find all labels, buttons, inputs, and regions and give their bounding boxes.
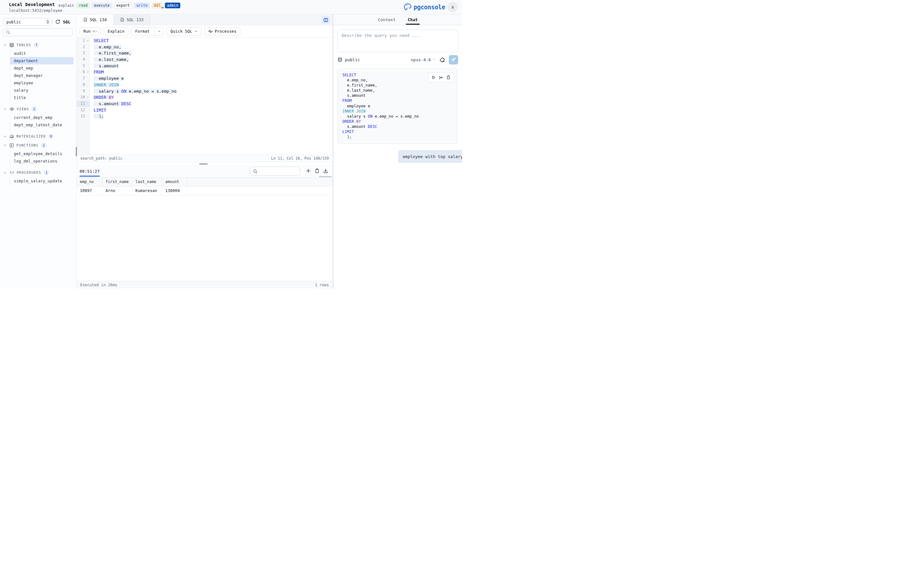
split-panel-icon[interactable]: [321, 16, 330, 24]
results-resize-handle[interactable]: [199, 163, 208, 165]
clipboard-icon[interactable]: [314, 168, 320, 173]
chevron-down-icon[interactable]: [160, 5, 165, 10]
sidebar-item-dept_emp_latest_date[interactable]: dept_emp_latest_date: [10, 121, 73, 129]
sql-code-line: salary s ON e.emp_no = s.emp_no: [94, 88, 333, 95]
line-number-4[interactable]: 4: [77, 56, 89, 63]
horizontal-scrollbar-thumb[interactable]: [319, 176, 332, 177]
section-header-functions[interactable]: FUNCTIONS2: [3, 142, 77, 148]
editor-code[interactable]: SELECT e.emp_no, e.first_name, e.last_na…: [90, 37, 333, 155]
sidebar-item-get_employee_details[interactable]: get_employee_details: [10, 150, 73, 157]
editor-tab-sql-133[interactable]: SQL 133: [113, 15, 150, 25]
cell[interactable]: 10897: [77, 187, 102, 195]
sql-editor[interactable]: 1▾23456▾78910▾111213 SELECT e.emp_no, e.…: [77, 37, 333, 155]
cell[interactable]: 136004: [162, 187, 187, 195]
line-number-11[interactable]: 11: [77, 101, 89, 107]
line-number-3[interactable]: 3: [77, 50, 89, 56]
cell[interactable]: Kumaresan: [132, 187, 162, 195]
line-number-7[interactable]: 7: [77, 75, 89, 82]
sidebar-item-simple_salary_update[interactable]: simple_salary_update: [10, 177, 73, 185]
fold-arrow-icon[interactable]: ▾: [87, 37, 89, 44]
section-header-views[interactable]: VIEWS2: [3, 106, 77, 112]
line-number-13[interactable]: 13: [77, 113, 89, 119]
sidebar-item-audit[interactable]: audit: [10, 50, 73, 57]
sql-code-line: SELECT: [342, 73, 419, 77]
line-number-1[interactable]: 1▾: [77, 37, 89, 44]
results-grid: emp_nofirst_namelast_nameamount10897Arno…: [77, 177, 333, 195]
top-header: Local Development localhost:5432/employe…: [0, 0, 462, 15]
column-header-emp_no[interactable]: emp_no: [77, 177, 102, 186]
sql-code-line: ORDER BY: [94, 94, 333, 101]
sidebar-item-department[interactable]: department: [10, 57, 73, 64]
chevron-down-icon[interactable]: [3, 171, 7, 174]
sidebar-item-employee[interactable]: employee: [10, 79, 73, 87]
line-number-2[interactable]: 2: [77, 44, 89, 50]
column-header-amount[interactable]: amount: [162, 177, 187, 186]
column-header-last_name[interactable]: last_name: [132, 177, 162, 186]
sidebar-item-current_dept_emp[interactable]: current_dept_emp: [10, 114, 73, 121]
chevron-down-icon[interactable]: [3, 143, 7, 147]
chat-prompt-input[interactable]: Describe the query you need ...: [338, 29, 458, 52]
section-label: PROCEDURES: [17, 171, 41, 175]
sql-code-line: s.amount DESC: [94, 101, 333, 107]
editor-toolbar: Run ⌘⏎ Explain Format Quick SQL: [77, 25, 333, 37]
explain-label: Explain: [107, 29, 124, 34]
section-label: TABLES: [16, 43, 31, 47]
line-number-10[interactable]: 10▾: [77, 94, 89, 101]
editor-tab-sql-134[interactable]: SQL 134: [77, 15, 113, 25]
chevron-down-icon[interactable]: [155, 27, 163, 35]
processes-button[interactable]: Processes: [204, 27, 240, 35]
line-number-5[interactable]: 5: [77, 63, 89, 69]
sidebar-resize-handle[interactable]: [76, 147, 77, 156]
sidebar-item-log_dml_operations[interactable]: log_dml_operations: [10, 157, 73, 165]
cell[interactable]: Arno: [102, 187, 132, 195]
results-search-input[interactable]: [250, 167, 300, 176]
permission-tag-explain: explain: [58, 3, 74, 8]
column-header-first_name[interactable]: first_name: [102, 177, 132, 186]
run-button[interactable]: Run ⌘⏎: [79, 27, 101, 35]
format-button[interactable]: Format: [131, 27, 164, 35]
line-number-6[interactable]: 6▾: [77, 69, 89, 75]
run-query-icon[interactable]: [431, 75, 436, 79]
sql-code-line: INNER JOIN: [342, 109, 419, 114]
schema-select[interactable]: public: [3, 18, 52, 26]
fold-arrow-icon[interactable]: ▾: [87, 69, 89, 75]
avatar[interactable]: A: [447, 2, 458, 12]
send-button[interactable]: [449, 55, 458, 64]
line-number-8[interactable]: 8: [77, 82, 89, 88]
editor-tab-label: SQL 134: [90, 17, 107, 22]
eraser-icon[interactable]: [439, 57, 445, 63]
download-icon[interactable]: [323, 168, 328, 173]
sql-code-line: e.first_name,: [94, 50, 333, 56]
table-grid-icon: [9, 43, 14, 47]
sidebar-search-input[interactable]: [3, 29, 73, 36]
processes-label: Processes: [215, 29, 236, 34]
refresh-icon[interactable]: [55, 19, 60, 24]
assistant-tab-context[interactable]: Context: [378, 15, 396, 25]
sql-mode-label[interactable]: SQL: [63, 19, 70, 24]
chevron-down-icon[interactable]: [3, 107, 7, 111]
table-row: 10897ArnoKumaresan136004: [77, 187, 333, 195]
quick-sql-button[interactable]: Quick SQL: [166, 27, 202, 35]
section-header-procedures[interactable]: PROCEDURES1: [3, 169, 77, 176]
insert-into-editor-icon[interactable]: [439, 75, 443, 80]
model-select[interactable]: opus-4.6: [411, 57, 436, 62]
sidebar-item-dept_emp[interactable]: dept_emp: [10, 64, 73, 72]
fold-arrow-icon[interactable]: ▾: [87, 94, 89, 101]
assistant-tab-chat[interactable]: Chat: [408, 15, 418, 25]
sidebar-item-salary[interactable]: salary: [10, 87, 73, 94]
connection-title: Local Development: [9, 2, 55, 7]
sidebar-item-dept_manager[interactable]: dept_manager: [10, 72, 73, 79]
chevron-down-icon[interactable]: [3, 43, 7, 47]
section-header-tables[interactable]: TABLES7: [3, 42, 77, 48]
section-header-materialized[interactable]: MATERIALIZED0: [3, 133, 77, 139]
chevron-down-icon[interactable]: [3, 135, 7, 138]
line-number-12[interactable]: 12: [77, 107, 89, 113]
sql-code-line: s.amount DESC: [342, 124, 419, 129]
copy-icon[interactable]: [446, 75, 451, 79]
chat-schema-chip[interactable]: public: [338, 57, 360, 62]
sidebar-item-title[interactable]: title: [10, 94, 73, 101]
explain-button[interactable]: Explain: [103, 27, 128, 35]
line-number-9[interactable]: 9: [77, 88, 89, 95]
add-icon[interactable]: [306, 168, 311, 173]
result-timer-tab[interactable]: 00:51:27: [79, 165, 100, 177]
